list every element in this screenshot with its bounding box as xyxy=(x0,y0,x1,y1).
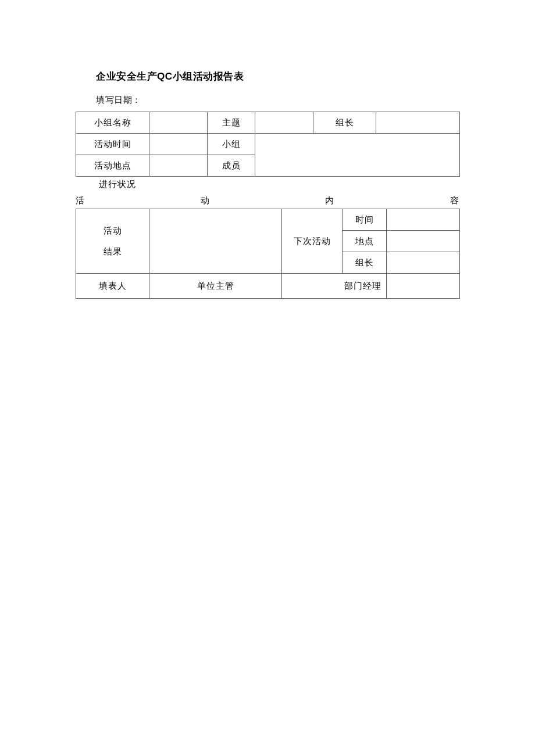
status-label: 进行状况 xyxy=(99,179,459,190)
value-group-name xyxy=(149,112,208,134)
label-unit-supervisor: 单位主管 xyxy=(149,274,282,299)
value-activity-result xyxy=(149,209,282,274)
label-next-activity: 下次活动 xyxy=(282,209,343,274)
content-heading-char-3: 内 xyxy=(325,195,334,206)
label-next-place: 地点 xyxy=(343,231,387,252)
content-heading: 活 动 内 容 xyxy=(76,194,459,209)
label-activity-result: 活动 结果 xyxy=(76,209,149,274)
label-next-leader: 组长 xyxy=(343,252,387,274)
content-heading-char-4: 容 xyxy=(450,195,459,206)
label-group-name: 小组名称 xyxy=(76,112,149,134)
content-heading-char-2: 动 xyxy=(201,195,210,206)
label-filler: 填表人 xyxy=(76,274,149,299)
label-activity: 活动 xyxy=(76,220,149,241)
value-next-time xyxy=(387,209,460,231)
document-title: 企业安全生产QC小组活动报告表 xyxy=(96,70,459,83)
label-result: 结果 xyxy=(76,241,149,262)
value-group-members xyxy=(255,134,460,177)
header-table: 小组名称 主题 组长 活动时间 小组 活动地点 成员 xyxy=(76,112,460,177)
value-dept-manager xyxy=(387,274,460,299)
value-activity-time xyxy=(149,134,208,155)
label-members: 成员 xyxy=(208,155,255,177)
label-leader: 组长 xyxy=(313,112,376,134)
page: 企业安全生产QC小组活动报告表 填写日期： 小组名称 主题 组长 活动时间 小组… xyxy=(0,0,535,299)
body-table: 活动 结果 下次活动 时间 地点 组长 填表人 单位主管 部门经理 xyxy=(76,209,460,299)
label-topic: 主题 xyxy=(208,112,255,134)
value-next-place xyxy=(387,231,460,252)
label-activity-place: 活动地点 xyxy=(76,155,149,177)
fill-date-label: 填写日期： xyxy=(96,95,459,106)
content-heading-char-1: 活 xyxy=(76,195,85,206)
label-activity-time: 活动时间 xyxy=(76,134,149,155)
value-next-leader xyxy=(387,252,460,274)
label-dept-manager: 部门经理 xyxy=(282,274,387,299)
label-group: 小组 xyxy=(208,134,255,155)
value-topic xyxy=(255,112,313,134)
label-next-time: 时间 xyxy=(343,209,387,231)
value-leader xyxy=(376,112,460,134)
value-activity-place xyxy=(149,155,208,177)
